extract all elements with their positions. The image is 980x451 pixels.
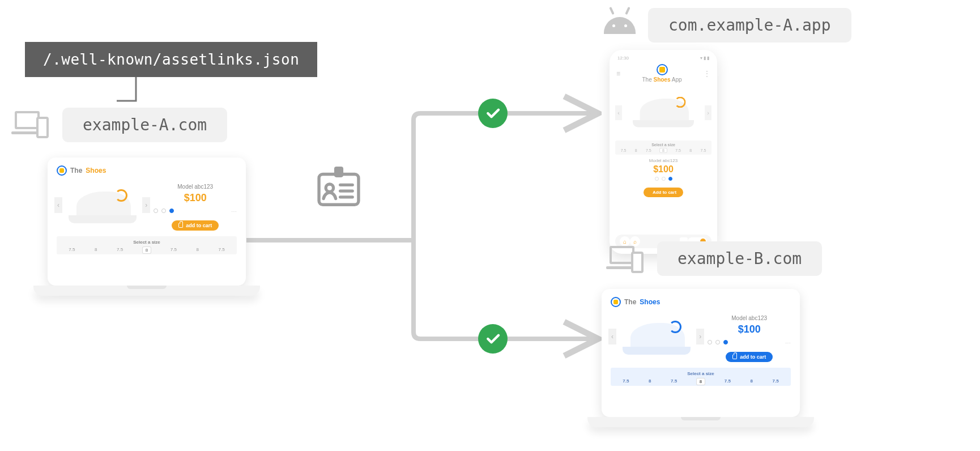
product-price: $100 bbox=[154, 192, 237, 204]
brand-the: The bbox=[624, 298, 636, 306]
chevron-right-icon[interactable]: › bbox=[142, 197, 150, 213]
laptop-site-b: The Shoes ‹ › Model abc123 $100 ⋯ bbox=[602, 289, 800, 427]
color-swatches[interactable]: ⋯ bbox=[708, 340, 791, 346]
android-icon bbox=[604, 11, 636, 34]
size-selector[interactable]: Select a size 7.58 7.58 7.58 7.5 bbox=[611, 368, 791, 386]
cart-label: add to cart bbox=[740, 354, 766, 360]
brand-name: Shoes bbox=[86, 167, 106, 175]
brand-name: Shoes bbox=[640, 298, 660, 306]
product-model: Model abc123 bbox=[154, 184, 237, 190]
cart-label: Add to cart bbox=[653, 190, 676, 195]
cart-label: add to cart bbox=[186, 223, 212, 228]
id-badge-icon bbox=[314, 162, 363, 211]
shop-logo-icon bbox=[611, 297, 621, 307]
checkmark-icon bbox=[478, 99, 508, 128]
menu-dots-icon[interactable]: ⋮ bbox=[704, 70, 710, 78]
chevron-left-icon[interactable]: ‹ bbox=[608, 329, 616, 344]
cart-icon bbox=[178, 223, 183, 228]
checkmark-icon bbox=[478, 324, 508, 354]
site-a-label: example-A.com bbox=[62, 108, 227, 142]
laptop-site-a: The Shoes ‹ › Model abc123 $100 ⋯ bbox=[48, 158, 246, 296]
shop-logo-icon bbox=[57, 165, 67, 176]
app-package-label: com.example-A.app bbox=[648, 8, 851, 42]
status-time: 12:30 bbox=[617, 56, 629, 61]
status-icons: ▾ ▮ ▮ bbox=[700, 56, 709, 61]
product-gallery: ‹ › bbox=[57, 180, 148, 231]
product-gallery: ‹ › bbox=[615, 90, 711, 138]
product-price: $100 bbox=[615, 164, 711, 175]
size-selector[interactable]: Select a size 7.587.5 8 7.587.5 bbox=[615, 141, 711, 155]
hamburger-icon[interactable]: ≡ bbox=[616, 70, 620, 78]
chevron-left-icon[interactable]: ‹ bbox=[54, 197, 62, 213]
color-swatches[interactable] bbox=[615, 177, 711, 181]
add-to-cart-button[interactable]: Add to cart bbox=[644, 188, 683, 197]
shoe-image bbox=[633, 92, 694, 127]
color-swatches[interactable]: ⋯ bbox=[154, 209, 237, 215]
product-model: Model abc123 bbox=[708, 315, 791, 321]
product-gallery: ‹ › bbox=[611, 312, 702, 362]
size-title: Select a size bbox=[616, 143, 710, 147]
devices-icon bbox=[15, 109, 54, 141]
shoe-image bbox=[623, 315, 691, 355]
shoe-image bbox=[69, 184, 137, 223]
size-title: Select a size bbox=[613, 371, 789, 376]
size-title: Select a size bbox=[59, 240, 235, 245]
add-to-cart-button[interactable]: add to cart bbox=[172, 220, 219, 231]
svg-point-2 bbox=[326, 184, 333, 192]
site-b-label: example-B.com bbox=[657, 241, 822, 276]
svg-rect-1 bbox=[334, 167, 343, 177]
assetlinks-path-label: /.well-known/assetlinks.json bbox=[25, 42, 317, 77]
chevron-left-icon[interactable]: ‹ bbox=[615, 105, 622, 120]
chevron-right-icon[interactable]: › bbox=[705, 105, 711, 120]
size-selector[interactable]: Select a size 7.58 7.58 7.58 7.5 bbox=[57, 236, 237, 254]
devices-icon bbox=[610, 244, 649, 275]
app-title: The Shoes App bbox=[642, 76, 681, 83]
add-to-cart-button[interactable]: add to cart bbox=[726, 352, 773, 362]
chevron-right-icon[interactable]: › bbox=[696, 329, 704, 344]
brand-the: The bbox=[70, 167, 82, 175]
product-model: Model abc123 bbox=[615, 158, 711, 163]
product-price: $100 bbox=[708, 324, 791, 335]
cart-icon bbox=[732, 355, 737, 359]
phone-app-mock: 12:30 ▾ ▮ ▮ ≡ The Shoes App ⋮ ‹ › Select… bbox=[610, 50, 717, 254]
shop-logo-icon bbox=[657, 64, 668, 75]
phone-status-bar: 12:30 ▾ ▮ ▮ bbox=[615, 54, 711, 64]
